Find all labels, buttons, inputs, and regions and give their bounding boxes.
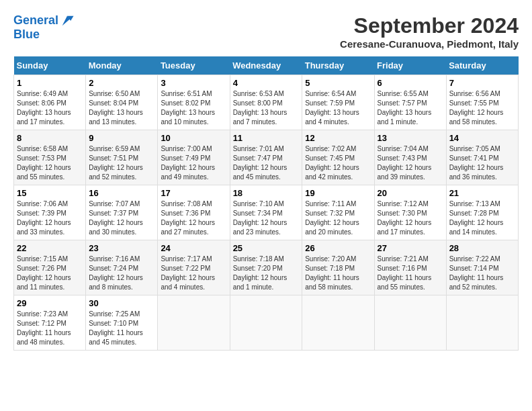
calendar-cell: 8Sunrise: 6:58 AMSunset: 7:53 PMDaylight… — [14, 130, 86, 185]
weekday-header-row: SundayMondayTuesdayWednesdayThursdayFrid… — [14, 56, 519, 75]
logo-icon — [60, 13, 75, 28]
day-number: 22 — [17, 243, 83, 253]
weekday-tuesday: Tuesday — [158, 56, 230, 75]
day-info: Sunrise: 7:07 AMSunset: 7:37 PMDaylight:… — [89, 199, 154, 237]
day-info: Sunrise: 7:02 AMSunset: 7:45 PMDaylight:… — [305, 144, 371, 182]
day-number: 1 — [17, 78, 83, 88]
day-number: 18 — [233, 188, 300, 198]
calendar-cell: 27Sunrise: 7:21 AMSunset: 7:16 PMDayligh… — [374, 240, 446, 295]
day-info: Sunrise: 6:56 AMSunset: 7:55 PMDaylight:… — [449, 89, 515, 127]
day-number: 16 — [89, 188, 154, 198]
calendar-body: 1Sunrise: 6:49 AMSunset: 8:06 PMDaylight… — [14, 75, 519, 351]
calendar-cell: 13Sunrise: 7:04 AMSunset: 7:43 PMDayligh… — [374, 130, 446, 185]
day-number: 7 — [449, 78, 515, 88]
calendar-cell: 28Sunrise: 7:22 AMSunset: 7:14 PMDayligh… — [446, 240, 518, 295]
day-number: 24 — [161, 243, 226, 253]
day-info: Sunrise: 7:13 AMSunset: 7:28 PMDaylight:… — [449, 199, 515, 237]
week-row-2: 8Sunrise: 6:58 AMSunset: 7:53 PMDaylight… — [14, 130, 519, 185]
calendar-cell: 30Sunrise: 7:25 AMSunset: 7:10 PMDayligh… — [86, 295, 158, 351]
day-number: 26 — [305, 243, 371, 253]
calendar-cell: 4Sunrise: 6:53 AMSunset: 8:00 PMDaylight… — [230, 75, 302, 130]
day-number: 13 — [378, 133, 443, 143]
calendar-table: SundayMondayTuesdayWednesdayThursdayFrid… — [13, 56, 519, 351]
logo-text: General — [13, 14, 58, 28]
logo: General Blue — [13, 13, 75, 42]
calendar-cell: 10Sunrise: 7:00 AMSunset: 7:49 PMDayligh… — [158, 130, 230, 185]
calendar-cell — [374, 295, 446, 351]
day-info: Sunrise: 7:05 AMSunset: 7:41 PMDaylight:… — [449, 144, 515, 182]
calendar-cell: 29Sunrise: 7:23 AMSunset: 7:12 PMDayligh… — [14, 295, 86, 351]
day-info: Sunrise: 6:59 AMSunset: 7:51 PMDaylight:… — [89, 144, 154, 182]
day-number: 23 — [89, 243, 154, 253]
day-number: 14 — [449, 133, 515, 143]
calendar-cell: 21Sunrise: 7:13 AMSunset: 7:28 PMDayligh… — [446, 185, 518, 240]
calendar-cell: 1Sunrise: 6:49 AMSunset: 8:06 PMDaylight… — [14, 75, 86, 130]
day-number: 17 — [161, 188, 226, 198]
day-info: Sunrise: 6:55 AMSunset: 7:57 PMDaylight:… — [378, 89, 443, 127]
day-info: Sunrise: 7:20 AMSunset: 7:18 PMDaylight:… — [305, 255, 371, 292]
day-number: 25 — [233, 243, 300, 253]
day-number: 2 — [89, 78, 154, 88]
weekday-monday: Monday — [86, 56, 158, 75]
calendar-cell: 3Sunrise: 6:51 AMSunset: 8:02 PMDaylight… — [158, 75, 230, 130]
day-number: 12 — [305, 133, 371, 143]
weekday-saturday: Saturday — [446, 56, 518, 75]
calendar-cell: 5Sunrise: 6:54 AMSunset: 7:59 PMDaylight… — [302, 75, 374, 130]
day-number: 21 — [449, 188, 515, 198]
calendar-cell: 11Sunrise: 7:01 AMSunset: 7:47 PMDayligh… — [230, 130, 302, 185]
calendar-cell: 20Sunrise: 7:12 AMSunset: 7:30 PMDayligh… — [374, 185, 446, 240]
day-number: 27 — [378, 243, 443, 253]
day-number: 5 — [305, 78, 371, 88]
calendar-cell: 24Sunrise: 7:17 AMSunset: 7:22 PMDayligh… — [158, 240, 230, 295]
calendar-cell: 18Sunrise: 7:10 AMSunset: 7:34 PMDayligh… — [230, 185, 302, 240]
day-info: Sunrise: 7:00 AMSunset: 7:49 PMDaylight:… — [161, 144, 226, 182]
calendar-cell: 25Sunrise: 7:18 AMSunset: 7:20 PMDayligh… — [230, 240, 302, 295]
day-info: Sunrise: 7:06 AMSunset: 7:39 PMDaylight:… — [17, 199, 83, 237]
calendar-cell: 22Sunrise: 7:15 AMSunset: 7:26 PMDayligh… — [14, 240, 86, 295]
day-info: Sunrise: 7:15 AMSunset: 7:26 PMDaylight:… — [17, 255, 83, 292]
calendar-cell: 7Sunrise: 6:56 AMSunset: 7:55 PMDaylight… — [446, 75, 518, 130]
week-row-3: 15Sunrise: 7:06 AMSunset: 7:39 PMDayligh… — [14, 185, 519, 240]
day-info: Sunrise: 7:12 AMSunset: 7:30 PMDaylight:… — [378, 199, 443, 237]
calendar-cell: 19Sunrise: 7:11 AMSunset: 7:32 PMDayligh… — [302, 185, 374, 240]
calendar-cell: 23Sunrise: 7:16 AMSunset: 7:24 PMDayligh… — [86, 240, 158, 295]
calendar-cell — [446, 295, 518, 351]
day-info: Sunrise: 7:22 AMSunset: 7:14 PMDaylight:… — [449, 255, 515, 292]
calendar-cell: 6Sunrise: 6:55 AMSunset: 7:57 PMDaylight… — [374, 75, 446, 130]
day-number: 11 — [233, 133, 300, 143]
logo-blue-text: Blue — [13, 28, 75, 42]
day-info: Sunrise: 6:58 AMSunset: 7:53 PMDaylight:… — [17, 144, 83, 182]
calendar-cell — [230, 295, 302, 351]
day-info: Sunrise: 6:53 AMSunset: 8:00 PMDaylight:… — [233, 89, 300, 127]
day-number: 19 — [305, 188, 371, 198]
day-info: Sunrise: 7:21 AMSunset: 7:16 PMDaylight:… — [378, 255, 443, 292]
day-info: Sunrise: 7:11 AMSunset: 7:32 PMDaylight:… — [305, 199, 371, 237]
day-info: Sunrise: 6:54 AMSunset: 7:59 PMDaylight:… — [305, 89, 371, 127]
header: General Blue September 2024 Ceresane-Cur… — [13, 13, 519, 50]
calendar-cell: 17Sunrise: 7:08 AMSunset: 7:36 PMDayligh… — [158, 185, 230, 240]
day-info: Sunrise: 7:04 AMSunset: 7:43 PMDaylight:… — [378, 144, 443, 182]
weekday-wednesday: Wednesday — [230, 56, 302, 75]
week-row-1: 1Sunrise: 6:49 AMSunset: 8:06 PMDaylight… — [14, 75, 519, 130]
calendar-cell: 26Sunrise: 7:20 AMSunset: 7:18 PMDayligh… — [302, 240, 374, 295]
weekday-thursday: Thursday — [302, 56, 374, 75]
day-number: 6 — [378, 78, 443, 88]
day-number: 9 — [89, 133, 154, 143]
location-title: Ceresane-Curanuova, Piedmont, Italy — [340, 38, 519, 50]
day-info: Sunrise: 6:51 AMSunset: 8:02 PMDaylight:… — [161, 89, 226, 127]
week-row-4: 22Sunrise: 7:15 AMSunset: 7:26 PMDayligh… — [14, 240, 519, 295]
day-number: 15 — [17, 188, 83, 198]
day-info: Sunrise: 6:50 AMSunset: 8:04 PMDaylight:… — [89, 89, 154, 127]
day-number: 4 — [233, 78, 300, 88]
calendar-cell: 9Sunrise: 6:59 AMSunset: 7:51 PMDaylight… — [86, 130, 158, 185]
day-info: Sunrise: 7:01 AMSunset: 7:47 PMDaylight:… — [233, 144, 300, 182]
calendar-cell: 12Sunrise: 7:02 AMSunset: 7:45 PMDayligh… — [302, 130, 374, 185]
day-info: Sunrise: 7:17 AMSunset: 7:22 PMDaylight:… — [161, 255, 226, 292]
day-info: Sunrise: 7:16 AMSunset: 7:24 PMDaylight:… — [89, 255, 154, 292]
day-number: 3 — [161, 78, 226, 88]
calendar-cell: 15Sunrise: 7:06 AMSunset: 7:39 PMDayligh… — [14, 185, 86, 240]
day-number: 20 — [378, 188, 443, 198]
calendar-cell: 14Sunrise: 7:05 AMSunset: 7:41 PMDayligh… — [446, 130, 518, 185]
day-number: 29 — [17, 298, 83, 308]
day-info: Sunrise: 7:23 AMSunset: 7:12 PMDaylight:… — [17, 310, 83, 347]
